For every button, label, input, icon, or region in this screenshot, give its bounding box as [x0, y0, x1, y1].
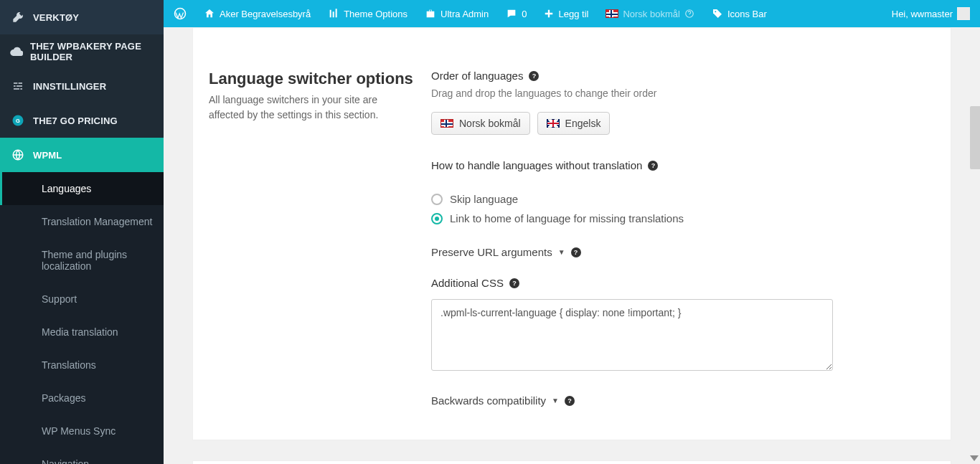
preserve-url-expander[interactable]: Preserve URL arguments ▼ ? — [431, 246, 929, 258]
submenu-item-translation-management[interactable]: Translation Management — [0, 205, 164, 238]
caret-down-icon: ▼ — [552, 397, 559, 404]
comment-icon — [506, 8, 517, 19]
section-desc: All language switchers in your site are … — [209, 93, 414, 123]
submenu-item-languages[interactable]: Languages — [0, 172, 164, 205]
account-link[interactable]: Hei, wwmaster — [892, 7, 970, 20]
wrench-icon — [10, 9, 26, 25]
sidebar-label: INNSTILLINGER — [33, 81, 106, 92]
equalizer-icon — [328, 8, 339, 19]
help-icon[interactable]: ? — [571, 247, 581, 257]
sidebar-label: VERKTØY — [33, 12, 79, 23]
sidebar-label: THE7 WPBAKERY PAGE BUILDER — [30, 41, 155, 62]
sidebar-item-tools[interactable]: VERKTØY — [0, 0, 164, 34]
sidebar-item-wpbakery[interactable]: THE7 WPBAKERY PAGE BUILDER — [0, 34, 164, 69]
tag-icon — [712, 8, 723, 19]
order-hint: Drag and drop the languages to change th… — [431, 87, 929, 99]
add-new-link[interactable]: Legg til — [544, 9, 588, 19]
help-icon[interactable]: ? — [529, 71, 539, 81]
flag-gb-icon — [547, 119, 560, 128]
submenu-item-wp-menus-sync[interactable]: WP Menus Sync — [0, 415, 164, 448]
submenu-item-support[interactable]: Support — [0, 283, 164, 316]
language-switcher-panel: Language switcher options All language s… — [192, 27, 951, 440]
wordpress-icon — [174, 7, 187, 20]
sidebar-item-wpml[interactable]: WPML — [0, 138, 164, 172]
site-name: Aker Begravelsesbyrå — [220, 9, 311, 19]
radio-skip-language[interactable]: Skip language — [431, 193, 929, 205]
language-indicator[interactable]: Norsk bokmål — [606, 9, 694, 19]
submenu-item-theme-plugins-localization[interactable]: Theme and plugins localization — [0, 238, 164, 283]
avatar-icon — [957, 7, 970, 20]
admin-sidebar: VERKTØY THE7 WPBAKERY PAGE BUILDER INNST… — [0, 0, 164, 464]
submenu-item-navigation[interactable]: Navigation — [0, 448, 164, 464]
language-order-list: Norsk bokmål Engelsk — [431, 112, 929, 135]
sidebar-label: WPML — [33, 150, 62, 161]
radio-icon — [431, 194, 443, 205]
next-panel-peek — [192, 460, 951, 464]
site-name-link[interactable]: Aker Begravelsesbyrå — [204, 8, 311, 19]
caret-down-icon: ▼ — [558, 248, 565, 256]
sidebar-label: THE7 GO PRICING — [33, 115, 118, 126]
radio-link-home[interactable]: Link to home of language for missing tra… — [431, 212, 929, 224]
radio-icon — [431, 213, 443, 224]
theme-options-link[interactable]: Theme Options — [328, 8, 407, 19]
sliders-icon — [10, 78, 26, 94]
submenu-item-translations[interactable]: Translations — [0, 349, 164, 382]
sidebar-item-gopricing[interactable]: G THE7 GO PRICING — [0, 103, 164, 138]
wpml-icon — [10, 147, 26, 163]
briefcase-icon — [425, 8, 436, 19]
help-icon[interactable]: ? — [509, 278, 519, 288]
order-label: Order of languages ? — [431, 70, 929, 82]
ultra-admin-link[interactable]: Ultra Admin — [425, 8, 489, 19]
flag-no-icon — [440, 119, 453, 128]
help-icon[interactable]: ? — [648, 161, 658, 171]
scroll-down-arrow-icon[interactable] — [970, 455, 979, 461]
section-title: Language switcher options — [209, 70, 414, 88]
backcompat-expander[interactable]: Backwards compatibility ▼ ? — [431, 394, 929, 407]
sidebar-item-settings[interactable]: INNSTILLINGER — [0, 69, 164, 103]
svg-point-5 — [715, 11, 716, 12]
admin-bar: Aker Begravelsesbyrå Theme Options Ultra… — [164, 0, 980, 27]
additional-css-label: Additional CSS ? — [431, 277, 929, 289]
submenu-item-media-translation[interactable]: Media translation — [0, 316, 164, 349]
missing-label: How to handle languages without translat… — [431, 159, 929, 171]
home-icon — [204, 8, 215, 19]
icons-bar-link[interactable]: Icons Bar — [712, 8, 767, 19]
help-circle-icon — [684, 9, 694, 19]
go-pricing-icon: G — [10, 113, 26, 128]
wp-logo[interactable] — [174, 7, 187, 20]
language-pill-norsk[interactable]: Norsk bokmål — [431, 112, 530, 135]
scrollbar-thumb[interactable] — [970, 106, 980, 169]
sidebar-submenu-wpml: Languages Translation Management Theme a… — [0, 172, 164, 464]
content-area[interactable]: Language switcher options All language s… — [164, 27, 980, 464]
cloud-icon — [10, 44, 23, 60]
comments-link[interactable]: 0 — [506, 8, 527, 19]
flag-no-icon — [606, 9, 618, 18]
additional-css-textarea[interactable] — [431, 299, 833, 371]
submenu-item-packages[interactable]: Packages — [0, 382, 164, 415]
help-icon[interactable]: ? — [565, 396, 575, 406]
language-pill-engelsk[interactable]: Engelsk — [537, 112, 611, 135]
svg-text:G: G — [16, 118, 20, 124]
plus-icon — [544, 9, 554, 19]
